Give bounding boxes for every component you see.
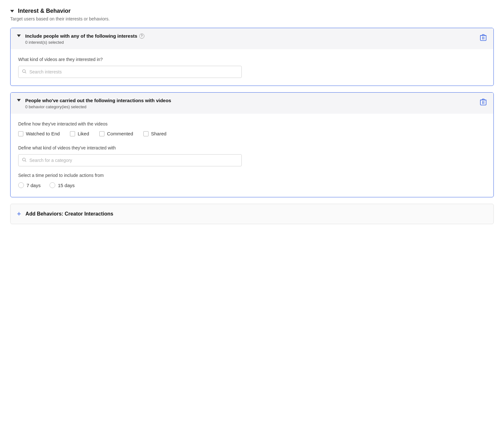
- section-chevron-icon[interactable]: [10, 10, 14, 12]
- behaviors-header-content: People who've carried out the following …: [25, 98, 171, 109]
- interests-delete-icon[interactable]: [479, 33, 487, 43]
- category-search-icon: [22, 158, 27, 163]
- interests-header-content: Include people with any of the following…: [25, 33, 144, 45]
- category-search-wrap: [18, 154, 242, 166]
- category-label: Define what kind of videos they've inter…: [18, 145, 486, 150]
- checkbox-liked[interactable]: Liked: [70, 131, 89, 136]
- category-search-input[interactable]: [18, 154, 242, 166]
- radio-row: 7 days 15 days: [18, 182, 486, 188]
- add-behaviors-plus-icon: +: [17, 210, 21, 217]
- behaviors-card-header: People who've carried out the following …: [11, 93, 493, 114]
- checkbox-commented[interactable]: Commented: [99, 131, 133, 136]
- checkbox-shared-box: [143, 131, 149, 136]
- interests-title-text: Include people with any of the following…: [25, 33, 137, 39]
- interests-header-left: Include people with any of the following…: [17, 33, 144, 45]
- section-title: Interest & Behavior: [18, 8, 71, 14]
- checkbox-commented-label: Commented: [107, 131, 133, 136]
- radio-15days-circle: [50, 182, 55, 188]
- time-label: Select a time period to include actions …: [18, 173, 486, 178]
- interests-chevron-icon[interactable]: [17, 34, 21, 37]
- interests-help-icon[interactable]: ?: [139, 34, 144, 39]
- checkboxes-row: Watched to End Liked Commented Shared: [18, 131, 486, 136]
- radio-7days-label: 7 days: [27, 183, 41, 188]
- section-header: Interest & Behavior: [10, 8, 494, 14]
- behaviors-chevron-icon[interactable]: [17, 99, 21, 102]
- behaviors-count: 0 behavior category(ies) selected: [25, 104, 171, 109]
- checkbox-watched-box: [18, 131, 23, 136]
- add-behaviors-card[interactable]: + Add Behaviors: Creator Interactions: [10, 204, 494, 224]
- checkbox-shared[interactable]: Shared: [143, 131, 166, 136]
- checkbox-liked-box: [70, 131, 75, 136]
- radio-7days-circle: [18, 182, 24, 188]
- behaviors-title-text: People who've carried out the following …: [25, 98, 171, 103]
- interests-card-header: Include people with any of the following…: [11, 28, 493, 49]
- svg-rect-0: [480, 35, 486, 41]
- category-section: Define what kind of videos they've inter…: [11, 145, 493, 166]
- radio-7days[interactable]: 7 days: [18, 182, 41, 188]
- behaviors-card-title: People who've carried out the following …: [25, 98, 171, 103]
- radio-15days[interactable]: 15 days: [50, 182, 75, 188]
- interests-card-title: Include people with any of the following…: [25, 33, 144, 39]
- radio-15days-label: 15 days: [58, 183, 75, 188]
- interests-search-icon: [22, 69, 27, 75]
- checkbox-commented-box: [99, 131, 104, 136]
- interests-card-body: What kind of videos are they interested …: [11, 49, 493, 86]
- interests-search-wrap: [18, 66, 242, 78]
- behaviors-card: People who've carried out the following …: [10, 92, 494, 197]
- section-subtitle: Target users based on their interests or…: [10, 16, 494, 21]
- svg-rect-2: [480, 100, 486, 105]
- behaviors-delete-icon[interactable]: [479, 98, 487, 108]
- checkbox-shared-label: Shared: [151, 131, 166, 136]
- interests-count: 0 interest(s) selected: [25, 40, 144, 45]
- interests-card: Include people with any of the following…: [10, 28, 494, 86]
- svg-point-3: [23, 158, 26, 161]
- interests-field-label: What kind of videos are they interested …: [18, 57, 486, 62]
- checkbox-watched-label: Watched to End: [26, 131, 60, 136]
- checkbox-liked-label: Liked: [78, 131, 89, 136]
- interests-search-input[interactable]: [18, 66, 242, 78]
- svg-point-1: [23, 70, 26, 72]
- interaction-label: Define how they've interacted with the v…: [18, 121, 486, 126]
- interactions-section: Define how they've interacted with the v…: [11, 114, 493, 136]
- add-behaviors-label: Add Behaviors: Creator Interactions: [26, 211, 113, 217]
- behaviors-header-left: People who've carried out the following …: [17, 98, 171, 109]
- checkbox-watched-to-end[interactable]: Watched to End: [18, 131, 60, 136]
- time-section: Select a time period to include actions …: [11, 166, 493, 197]
